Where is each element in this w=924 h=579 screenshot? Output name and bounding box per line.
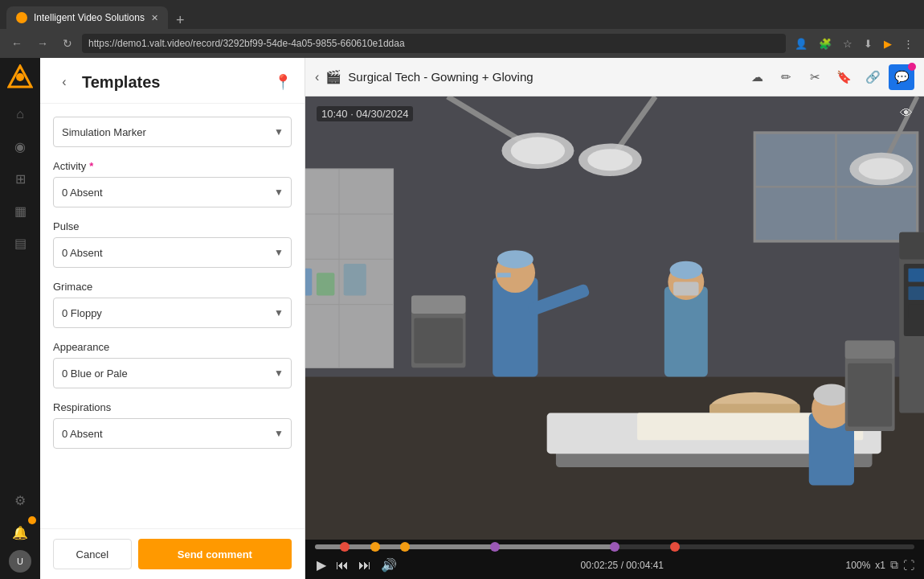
pulse-select-wrapper: 0 Absent 1 Weak 2 Normal 3 Strong ▼: [53, 237, 292, 268]
svg-rect-17: [344, 264, 366, 295]
sidebar-item-grid[interactable]: ⊞: [6, 164, 35, 193]
notification-badge: [28, 516, 36, 524]
profile-icon[interactable]: 👤: [791, 36, 812, 51]
activity-required-star: *: [89, 160, 93, 172]
back-nav-button[interactable]: ←: [6, 35, 27, 51]
toolbar-icons: 👤 🧩 ☆ ⬇ ▶ ⋮: [791, 36, 918, 51]
grimace-field-group: Grimace 0 Floppy 1 Grimace 2 Cry ▼: [53, 281, 292, 328]
panel-footer: Cancel Send comment: [40, 528, 305, 579]
user-avatar[interactable]: U: [9, 550, 31, 573]
volume-button[interactable]: 🔊: [379, 556, 399, 574]
svg-rect-20: [414, 318, 463, 363]
cloud-action-button[interactable]: ☁: [744, 64, 770, 90]
total-time: 00:04:41: [626, 560, 664, 571]
svg-point-26: [587, 149, 632, 170]
scissors-action-button[interactable]: ✂: [802, 64, 828, 90]
cancel-button[interactable]: Cancel: [53, 539, 132, 569]
marker-1[interactable]: [340, 542, 350, 552]
svg-rect-16: [317, 273, 334, 295]
marker-5[interactable]: [610, 542, 619, 552]
template-type-select-wrapper: Simulation Marker General Comment Assess…: [53, 117, 292, 147]
pulse-dropdown[interactable]: 0 Absent 1 Weak 2 Normal 3 Strong: [53, 237, 292, 268]
video-title: Surgical Tech - Gowning + Gloving: [348, 70, 738, 84]
prev-button[interactable]: ⏮: [334, 556, 350, 574]
video-camera-icon: 🎬: [325, 69, 341, 84]
appearance-dropdown[interactable]: 0 Blue or Pale 1 Acrocyanosis 2 Pink: [53, 358, 292, 388]
sidebar-item-video[interactable]: ◉: [6, 132, 35, 161]
marker-3[interactable]: [400, 542, 410, 552]
send-comment-button[interactable]: Send comment: [138, 539, 292, 569]
tab-favicon: [16, 12, 27, 23]
svg-rect-52: [848, 363, 892, 427]
time-display: 00:02:25 / 00:04:41: [405, 560, 840, 571]
sidebar-item-analytics[interactable]: ▦: [6, 196, 35, 225]
browser-tabs: Intelligent Video Solutions ✕ +: [0, 0, 924, 29]
valt-icon[interactable]: ▶: [880, 36, 896, 51]
video-header-back-icon[interactable]: ‹: [315, 70, 319, 84]
svg-rect-15: [305, 269, 312, 296]
grimace-select-wrapper: 0 Floppy 1 Grimace 2 Cry ▼: [53, 298, 292, 328]
play-button[interactable]: ▶: [315, 556, 328, 574]
active-tab[interactable]: Intelligent Video Solutions ✕: [6, 6, 168, 29]
bookmark-icon[interactable]: ☆: [839, 36, 857, 51]
grimace-dropdown[interactable]: 0 Floppy 1 Grimace 2 Cry: [53, 298, 292, 328]
next-button[interactable]: ⏭: [357, 556, 373, 574]
svg-point-39: [670, 261, 702, 279]
svg-point-1: [16, 73, 24, 81]
forward-nav-button[interactable]: →: [32, 35, 53, 51]
controls-row: ▶ ⏮ ⏭ 🔊 00:02:25 / 00:04:41 100% x1 ⧉ ⛶: [315, 556, 914, 574]
panel-body: Simulation Marker General Comment Assess…: [40, 104, 305, 528]
activity-dropdown[interactable]: 0 Absent 1 Minimal 2 Moderate 3 Strong: [53, 177, 292, 207]
template-type-group: Simulation Marker General Comment Assess…: [53, 117, 292, 147]
svg-rect-40: [673, 282, 698, 296]
edit-action-button[interactable]: ✏: [773, 64, 799, 90]
marker-4[interactable]: [490, 542, 500, 552]
svg-point-43: [813, 384, 849, 406]
video-eye-icon[interactable]: 👁: [900, 106, 913, 121]
comment-action-button[interactable]: 💬: [889, 64, 914, 90]
grimace-label: Grimace: [53, 281, 292, 293]
sidebar-item-settings[interactable]: ⚙: [6, 486, 35, 515]
download-icon[interactable]: ⬇: [860, 36, 877, 51]
address-bar[interactable]: https://demo1.valt.video/record/3292bf99…: [82, 34, 786, 53]
menu-icon[interactable]: ⋮: [899, 36, 918, 51]
back-button[interactable]: ‹: [53, 71, 76, 93]
video-actions: ☁ ✏ ✂ 🔖 🔗 💬: [744, 64, 914, 90]
new-tab-button[interactable]: +: [168, 12, 193, 29]
notification-item[interactable]: 🔔: [6, 518, 35, 547]
panel-title: Templates: [82, 73, 274, 92]
svg-rect-19: [411, 295, 465, 313]
extension-icon[interactable]: 🧩: [815, 36, 836, 51]
fullscreen-icon[interactable]: ⛶: [903, 559, 914, 572]
marker-6[interactable]: [670, 542, 680, 552]
pip-icon[interactable]: ⧉: [890, 558, 898, 572]
svg-rect-47: [908, 269, 924, 282]
app-container: ⌂ ◉ ⊞ ▦ ▤ ⚙ 🔔 U ‹ Templates 📍: [0, 58, 924, 579]
svg-point-55: [859, 158, 904, 179]
link-action-button[interactable]: 🔗: [860, 64, 885, 90]
timeline[interactable]: [315, 544, 914, 549]
svg-rect-45: [899, 232, 924, 260]
sidebar-item-home[interactable]: ⌂: [6, 100, 35, 129]
svg-point-23: [511, 138, 565, 165]
appearance-select-wrapper: 0 Blue or Pale 1 Acrocyanosis 2 Pink ▼: [53, 358, 292, 388]
video-header: ‹ 🎬 Surgical Tech - Gowning + Gloving ☁ …: [305, 58, 924, 96]
tab-close-icon[interactable]: ✕: [151, 13, 158, 23]
template-type-dropdown[interactable]: Simulation Marker General Comment Assess…: [53, 117, 292, 147]
timeline-markers: [315, 544, 914, 549]
activity-label: Activity *: [53, 160, 292, 172]
activity-select-wrapper: 0 Absent 1 Minimal 2 Moderate 3 Strong ▼: [53, 177, 292, 207]
respirations-dropdown[interactable]: 0 Absent 1 Slow 2 Good cry: [53, 418, 292, 449]
panel-area: ‹ Templates 📍 Simulation Marker General …: [40, 58, 924, 579]
sidebar-nav: ⌂ ◉ ⊞ ▦ ▤ ⚙ 🔔 U: [0, 58, 40, 579]
bookmark-action-button[interactable]: 🔖: [831, 64, 857, 90]
pin-button[interactable]: 📍: [274, 73, 292, 91]
speed-display: x1: [875, 560, 885, 571]
reload-button[interactable]: ↻: [58, 35, 77, 51]
tab-label: Intelligent Video Solutions: [34, 12, 145, 23]
sidebar-item-bar[interactable]: ▤: [6, 228, 35, 257]
comment-badge: [908, 63, 916, 71]
marker-2[interactable]: [370, 542, 380, 552]
browser-chrome: Intelligent Video Solutions ✕ + ← → ↻ ht…: [0, 0, 924, 58]
video-player[interactable]: 10:40 · 04/30/2024 👁: [305, 96, 924, 540]
